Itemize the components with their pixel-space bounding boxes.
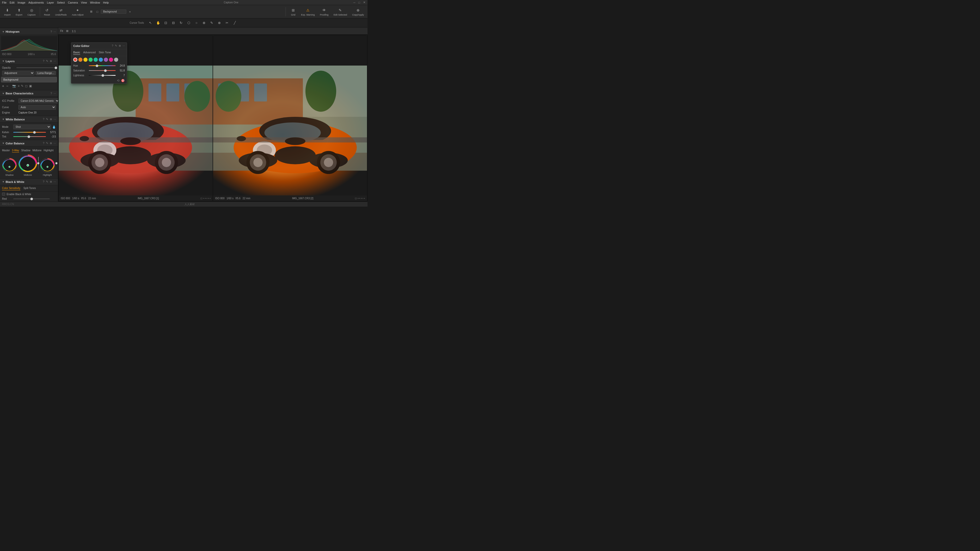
ce-target-icon[interactable]: 🎯 (121, 79, 125, 83)
cb-header[interactable]: ▼ Color Balance ? ✎ ⊕ ··· (0, 140, 58, 147)
cursor-tool-line[interactable]: ╱ (232, 20, 238, 26)
ce-help-icon[interactable]: ? (112, 44, 113, 48)
cb-more-icon[interactable]: ··· (54, 141, 56, 145)
cb-tab-shadow[interactable]: Shadow (21, 148, 30, 152)
highlight-vertical-slider[interactable] (56, 157, 57, 173)
menu-file[interactable]: File (2, 1, 6, 4)
ce-hue-slider[interactable] (89, 65, 116, 66)
reset-button[interactable]: ↺ Reset (42, 6, 52, 17)
ce-copy-icon[interactable]: ⊕ (119, 44, 121, 48)
swatch-green[interactable] (89, 58, 93, 62)
cb-tab-midtone[interactable]: Midtone (32, 148, 41, 152)
cursor-tool-rotate[interactable]: ↻ (178, 20, 184, 26)
menu-help[interactable]: Help (103, 1, 109, 4)
ce-tab-skin-tone[interactable]: Skin Tone (99, 50, 111, 55)
single-view-btn[interactable]: □ (95, 9, 100, 14)
grid-button[interactable]: ⊞ Grid (289, 6, 298, 17)
midtone-wheel[interactable] (18, 154, 37, 173)
export-button[interactable]: ⬆ Export (14, 6, 24, 17)
layer-list-icon[interactable]: ≡ (18, 84, 19, 88)
import-button[interactable]: ⬇ Import (2, 6, 13, 17)
swatch-yellow[interactable] (83, 58, 88, 62)
wb-mode-select[interactable]: Shot (13, 124, 51, 129)
grid-view-btn[interactable]: ⊞ (89, 9, 94, 14)
layers-copy-icon[interactable]: ⊕ (50, 59, 52, 63)
cursor-tool-clone[interactable]: ⊗ (216, 20, 223, 26)
cb-copy-icon[interactable]: ⊕ (50, 141, 52, 145)
layer-name-display[interactable]: Background (101, 10, 126, 14)
undo-redo-button[interactable]: ⇄ Undo/Redo (53, 6, 69, 17)
swatch-purple[interactable] (104, 58, 108, 62)
wb-copy-icon[interactable]: ⊕ (50, 118, 52, 121)
layer-fill-icon[interactable]: ▣ (29, 84, 32, 88)
base-chars-help-icon[interactable]: ? (51, 92, 52, 95)
bw-edit-icon[interactable]: ✎ (46, 180, 48, 183)
icc-profile-select[interactable]: Canon EOS-M6 Mk2 Generic (18, 98, 58, 103)
menu-edit[interactable]: Edit (10, 1, 14, 4)
layer-type-dropdown[interactable]: Adjustment (2, 71, 35, 76)
bw-more-icon[interactable]: ··· (54, 180, 56, 183)
cursor-tool-crop[interactable]: ⊡ (163, 20, 169, 26)
bw-copy-icon[interactable]: ⊕ (50, 180, 52, 183)
zoom-100-icon[interactable]: 1:1 (71, 29, 76, 34)
auto-adjust-button[interactable]: ✦ Auto Adjust (70, 6, 86, 17)
swatch-orange[interactable] (78, 58, 83, 62)
wb-more-icon[interactable]: ··· (54, 118, 56, 121)
base-chars-more-icon[interactable]: ··· (54, 92, 56, 95)
proofing-button[interactable]: 👁 Proofing (318, 6, 330, 17)
bw-enable-checkbox[interactable] (2, 192, 5, 196)
wb-eyedropper-icon[interactable]: 💧 (52, 125, 56, 129)
layer-eraser-icon[interactable]: ◻ (25, 84, 27, 88)
cursor-tool-heal[interactable]: ✂ (224, 20, 230, 26)
cursor-tool-color-picker[interactable]: ⊕ (201, 20, 207, 26)
highlight-wheel[interactable] (40, 157, 56, 173)
layers-edit-icon[interactable]: ✎ (46, 59, 48, 63)
swatch-blue[interactable] (99, 58, 103, 62)
cb-tab-highlight[interactable]: Highlight (44, 148, 54, 152)
swatch-neutral[interactable] (114, 58, 118, 62)
layers-more-icon[interactable]: ··· (54, 59, 56, 63)
menu-camera[interactable]: Camera (68, 1, 78, 4)
right-checkbox[interactable]: □ (355, 197, 356, 200)
window-close[interactable]: ✕ (363, 1, 366, 4)
bw-tab-split-tones[interactable]: Split Tones (24, 186, 36, 190)
cursor-tool-straighten[interactable]: ⊟ (170, 20, 177, 26)
right-dot-nav[interactable]: • • • • • (358, 197, 365, 200)
cb-tab-3way[interactable]: 3-Way (12, 148, 19, 152)
cb-help-icon[interactable]: ? (43, 141, 45, 145)
histogram-more-icon[interactable]: ··· (54, 30, 56, 33)
wb-edit-icon[interactable]: ✎ (46, 118, 48, 121)
window-minimize[interactable]: ─ (353, 1, 355, 4)
shadow-wheel[interactable] (2, 157, 18, 173)
menu-window[interactable]: Window (90, 1, 100, 4)
left-checkbox[interactable]: □ (200, 197, 202, 200)
menu-adjustments[interactable]: Adjustments (28, 1, 44, 4)
histogram-header[interactable]: ▼ Histogram ? ··· (0, 29, 58, 35)
layers-help-icon[interactable]: ? (43, 59, 45, 63)
bw-red-slider[interactable] (13, 198, 50, 199)
curve-select[interactable]: Auto (18, 105, 56, 110)
cursor-tool-brush[interactable]: ✎ (209, 20, 215, 26)
ce-tab-advanced[interactable]: Advanced (83, 50, 96, 55)
ce-reset-icon[interactable]: ⟲ (117, 79, 119, 83)
bw-tab-color-sensitivity[interactable]: Color Sensitivity (2, 186, 21, 190)
layer-add-icon[interactable]: + (2, 84, 4, 88)
window-maximize[interactable]: □ (358, 1, 360, 4)
layer-camera-icon[interactable]: 📷 (12, 84, 16, 88)
wb-header[interactable]: ▼ White Balance ? ✎ ⊕ ··· (0, 116, 58, 123)
zoom-fit-icon[interactable]: ⊞ (65, 29, 70, 34)
cb-tab-master[interactable]: Master (2, 148, 10, 152)
capture-button[interactable]: ◎ Capture (25, 6, 38, 17)
ce-edit-icon[interactable]: ✎ (115, 44, 117, 48)
layer-remove-icon[interactable]: − (6, 84, 8, 88)
cursor-tool-keystone[interactable]: ⬡ (186, 20, 192, 26)
layer-brush-icon[interactable]: ✎ (21, 84, 24, 88)
layers-header[interactable]: ▼ Layers ? ✎ ⊕ ··· (0, 58, 58, 65)
menu-layer[interactable]: Layer (47, 1, 54, 4)
bw-header[interactable]: ▼ Black & White ? ✎ ⊕ ··· (0, 179, 58, 185)
opacity-slider[interactable] (16, 67, 56, 68)
wb-kelvin-slider[interactable] (13, 132, 46, 133)
ce-more-icon[interactable]: ··· (123, 44, 125, 48)
swatch-teal[interactable] (94, 58, 98, 62)
cb-edit-icon[interactable]: ✎ (46, 141, 48, 145)
